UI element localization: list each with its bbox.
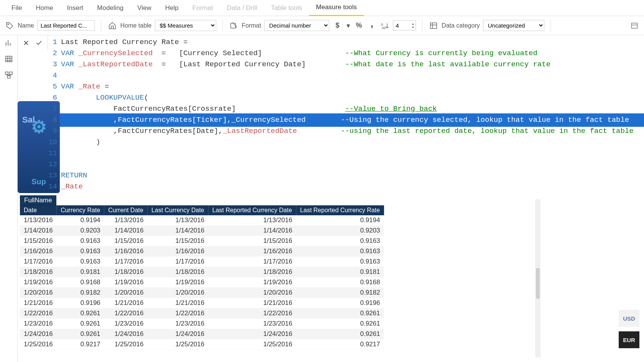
- currency-icon[interactable]: $: [332, 21, 342, 31]
- format-group: Format Decimal number $ ▾ % , .0.00 ▲▼: [229, 20, 416, 31]
- ribbon-tab-insert[interactable]: Insert: [60, 0, 90, 16]
- col-last-currency-date[interactable]: Last Currency Date: [147, 205, 208, 215]
- cell: 1/25/2016: [20, 339, 57, 350]
- data-table[interactable]: DateCurrency RateCurrent DateLast Curren…: [20, 205, 384, 350]
- editor-line-13[interactable]: 13RETURN: [48, 170, 644, 181]
- editor-line-8[interactable]: 8 ,FactCurrencyRates[Ticker],_CurrencySe…: [48, 115, 644, 126]
- ribbon-tab-table-tools[interactable]: Table tools: [264, 0, 309, 16]
- col-currency-rate[interactable]: Currency Rate: [57, 205, 104, 215]
- model-view-icon[interactable]: [4, 70, 13, 80]
- editor-line-5[interactable]: 5VAR _Rate =: [48, 81, 644, 92]
- cell: 1/17/2016: [208, 257, 296, 267]
- comma-icon[interactable]: ,: [367, 21, 377, 31]
- cell: 1/23/2016: [104, 319, 148, 329]
- more-icon[interactable]: [629, 21, 639, 31]
- separator: [222, 20, 223, 32]
- name-group: Name: [5, 20, 95, 31]
- cell: 1/16/2016: [147, 246, 208, 257]
- ribbon-tab-modeling[interactable]: Modeling: [90, 0, 130, 16]
- table-title: FullName: [20, 195, 56, 205]
- cell: 1/17/2016: [147, 257, 208, 267]
- table-row[interactable]: 1/13/20160.91941/13/20161/13/20161/13/20…: [20, 215, 384, 226]
- formula-cancel-button[interactable]: [21, 38, 31, 48]
- table-row[interactable]: 1/24/20160.92611/24/20161/24/20161/24/20…: [20, 329, 384, 339]
- datacategory-select[interactable]: Uncategorized: [483, 20, 544, 31]
- cell: 1/21/2016: [147, 298, 208, 308]
- col-date[interactable]: Date: [20, 205, 57, 215]
- measure-name-input[interactable]: [37, 20, 95, 31]
- datacategory-icon: [429, 21, 439, 31]
- editor-line-11[interactable]: 11: [48, 148, 644, 159]
- table-row[interactable]: 1/21/20160.91961/21/20161/21/20161/21/20…: [20, 298, 384, 308]
- ribbon-tab-data-drill[interactable]: Data / Drill: [220, 0, 264, 16]
- currency-caret-icon[interactable]: ▾: [345, 21, 351, 31]
- cell: 1/20/2016: [20, 288, 57, 298]
- cell: 1/23/2016: [147, 319, 208, 329]
- cell: 1/18/2016: [20, 267, 57, 277]
- table-row[interactable]: 1/18/20160.91811/18/20161/18/20161/18/20…: [20, 267, 384, 277]
- table-row[interactable]: 1/14/20160.92031/14/20161/14/20161/14/20…: [20, 226, 384, 236]
- cell: 1/19/2016: [208, 277, 296, 288]
- data-table-wrap: FullName DateCurrency RateCurrent DateLa…: [20, 195, 644, 362]
- percent-icon[interactable]: %: [354, 21, 364, 31]
- separator: [422, 20, 422, 32]
- table-row[interactable]: 1/25/20160.92171/25/20161/25/20161/25/20…: [20, 339, 384, 350]
- ribbon-tab-help[interactable]: Help: [158, 0, 186, 16]
- table-row[interactable]: 1/19/20160.91681/19/20161/19/20161/19/20…: [20, 277, 384, 288]
- ribbon-tab-view[interactable]: View: [130, 0, 158, 16]
- table-row[interactable]: 1/20/20160.91821/20/20161/20/20161/20/20…: [20, 288, 384, 298]
- format-select[interactable]: Decimal number: [264, 20, 329, 31]
- editor-line-7[interactable]: 7 FactCurrencyRates[Crossrate] --Value t…: [48, 103, 644, 115]
- table-row[interactable]: 1/16/20160.91631/16/20161/16/20161/16/20…: [20, 246, 384, 257]
- table-row[interactable]: 1/22/20160.92611/22/20161/22/20161/22/20…: [20, 308, 384, 319]
- cell: 1/25/2016: [104, 339, 148, 350]
- spin-down-icon[interactable]: ▼: [410, 26, 416, 29]
- col-last-reported-currency-rate[interactable]: Last Reported Currency Rate: [296, 205, 384, 215]
- ribbon-tab-home[interactable]: Home: [29, 0, 60, 16]
- editor-line-9[interactable]: 9 ,FactCurrencyRates[Date],_LastReported…: [48, 126, 644, 137]
- editor-line-3[interactable]: 3VAR _LastReportedDate = [Last Reported …: [48, 59, 644, 70]
- editor-line-12[interactable]: 12: [48, 159, 644, 170]
- decimals-spinner[interactable]: ▲▼: [393, 20, 416, 31]
- currency-eur-button[interactable]: EUR: [619, 331, 639, 348]
- cell: 1/19/2016: [104, 277, 148, 288]
- ribbon-tab-file[interactable]: File: [5, 0, 29, 16]
- cell: 0.9163: [57, 236, 104, 246]
- cell: 0.9261: [57, 329, 104, 339]
- editor-line-1[interactable]: 1Last Reported Currency Rate =: [48, 37, 644, 48]
- svg-text:.00: .00: [381, 26, 386, 29]
- cell: 0.9163: [57, 257, 104, 267]
- data-view-icon[interactable]: [4, 54, 13, 64]
- spin-up-icon[interactable]: ▲: [410, 22, 416, 26]
- decimals-input[interactable]: [393, 21, 410, 30]
- dax-editor[interactable]: 1Last Reported Currency Rate =2VAR _Curr…: [48, 35, 644, 194]
- editor-line-14[interactable]: 14_Rate: [48, 181, 644, 192]
- table-row[interactable]: 1/17/20160.91631/17/20161/17/20161/17/20…: [20, 257, 384, 267]
- scrollbar-thumb[interactable]: [536, 268, 540, 299]
- cell: 1/14/2016: [20, 226, 57, 236]
- table-row[interactable]: 1/23/20160.92611/23/20161/23/20161/23/20…: [20, 319, 384, 329]
- col-last-reported-currency-date[interactable]: Last Reported Currency Date: [208, 205, 296, 215]
- currency-usd-button[interactable]: USD: [619, 310, 639, 327]
- svg-rect-4: [430, 23, 437, 28]
- cell: 0.9261: [296, 308, 384, 319]
- ribbon-tab-format[interactable]: Format: [186, 0, 220, 16]
- cell: 0.9203: [296, 226, 384, 236]
- hometable-select[interactable]: $$ Measures: [155, 20, 216, 31]
- formula-commit-button[interactable]: [34, 38, 44, 48]
- editor-line-2[interactable]: 2VAR _CurrencySelected = [Currency Selec…: [48, 48, 644, 59]
- cell: 0.9261: [296, 329, 384, 339]
- cell: 0.9196: [296, 298, 384, 308]
- editor-line-10[interactable]: 10 ): [48, 137, 644, 148]
- svg-rect-1: [230, 23, 235, 28]
- report-view-icon[interactable]: [4, 38, 13, 48]
- ribbon-tab-measure-tools[interactable]: Measure tools: [309, 0, 364, 16]
- cell: 1/15/2016: [147, 236, 208, 246]
- cell: 1/24/2016: [147, 329, 208, 339]
- vertical-scrollbar[interactable]: [535, 199, 540, 357]
- editor-line-6[interactable]: 6 LOOKUPVALUE(: [48, 92, 644, 103]
- decimal-icon[interactable]: .0.00: [380, 21, 390, 31]
- editor-line-4[interactable]: 4: [48, 70, 644, 81]
- col-current-date[interactable]: Current Date: [104, 205, 148, 215]
- table-row[interactable]: 1/15/20160.91631/15/20161/15/20161/15/20…: [20, 236, 384, 246]
